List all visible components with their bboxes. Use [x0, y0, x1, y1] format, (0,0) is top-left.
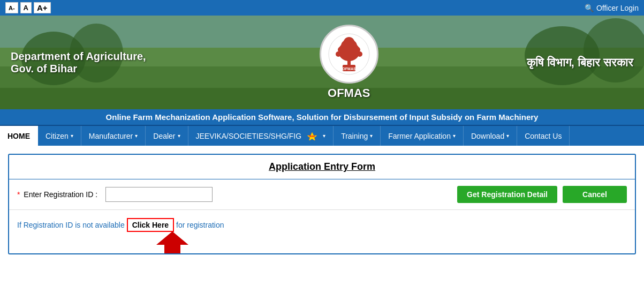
get-registration-detail-button[interactable]: Get Registration Detail — [457, 186, 557, 203]
svg-text:OFMAS: OFMAS — [342, 67, 356, 71]
registration-id-input[interactable] — [105, 187, 213, 202]
font-increase-btn[interactable]: A+ — [34, 2, 51, 13]
header-left-text: Department of Agriculture, Gov. of Bihar — [11, 50, 171, 75]
new-badge-icon: New — [305, 131, 320, 140]
chevron-down-icon: ▾ — [506, 133, 509, 139]
click-here-row: If Registration ID is not available Clic… — [9, 210, 635, 253]
nav-citizen[interactable]: Citizen ▾ — [38, 126, 81, 146]
registration-id-row: * Enter Registration ID : Get Registrati… — [9, 179, 635, 210]
officer-login-link[interactable]: 🔍 Officer Login — [585, 4, 639, 12]
tagline: Online Farm Mechanization Application So… — [0, 109, 644, 125]
font-controls: A- A A+ — [5, 2, 51, 13]
svg-text:New: New — [309, 134, 315, 138]
svg-point-12 — [344, 37, 354, 47]
chevron-down-icon: ▾ — [178, 133, 180, 139]
header-banner: Department of Agriculture, Gov. of Bihar — [0, 16, 644, 109]
chevron-down-icon: ▾ — [135, 133, 138, 139]
nav-training[interactable]: Training ▾ — [334, 126, 381, 146]
app-name: OFMAS — [320, 86, 378, 100]
click-here-post-text: for registration — [176, 221, 224, 229]
logo-image: OFMAS — [325, 30, 373, 78]
nav-manufacturer[interactable]: Manufacturer ▾ — [81, 126, 146, 146]
click-here-pre-text: If Registration ID is not available — [17, 221, 125, 229]
header-right-text: कृषि विभाग, बिहार सरकार — [527, 56, 633, 70]
chevron-down-icon: ▾ — [370, 133, 373, 139]
cancel-button[interactable]: Cancel — [563, 186, 627, 203]
form-container: Application Entry Form * Enter Registrat… — [8, 154, 636, 254]
nav-contact-us[interactable]: Contact Us — [517, 126, 570, 146]
arrow-indicator — [154, 229, 196, 254]
nav-download[interactable]: Download ▾ — [464, 126, 517, 146]
search-icon: 🔍 — [585, 4, 594, 12]
top-bar: A- A A+ 🔍 Officer Login — [0, 0, 644, 16]
nav-farmer-application[interactable]: Farmer Application ▾ — [381, 126, 464, 146]
font-decrease-btn[interactable]: A- — [5, 2, 18, 13]
header-center: OFMAS OFMAS — [320, 25, 378, 100]
svg-point-16 — [357, 51, 362, 57]
font-normal-btn[interactable]: A — [20, 2, 32, 13]
nav-dealer[interactable]: Dealer ▾ — [146, 126, 188, 146]
required-marker: * — [17, 190, 20, 199]
nav-bar: HOME Citizen ▾ Manufacturer ▾ Dealer ▾ J… — [0, 125, 644, 146]
chevron-down-icon: ▾ — [323, 133, 325, 139]
form-title: Application Entry Form — [269, 161, 375, 172]
nav-jeevika[interactable]: JEEVIKA/SOCIETIES/SHG/FIG New ▾ — [188, 126, 334, 146]
btn-group: Get Registration Detail Cancel — [457, 186, 627, 203]
form-title-bar: Application Entry Form — [9, 155, 635, 179]
nav-home[interactable]: HOME — [0, 126, 38, 146]
logo-circle: OFMAS — [320, 25, 378, 84]
svg-point-15 — [336, 51, 341, 57]
chevron-down-icon: ▾ — [453, 133, 456, 139]
main-content: Application Entry Form * Enter Registrat… — [0, 146, 644, 262]
chevron-down-icon: ▾ — [71, 133, 73, 139]
svg-marker-22 — [156, 231, 188, 254]
registration-id-label: * Enter Registration ID : — [17, 190, 97, 199]
